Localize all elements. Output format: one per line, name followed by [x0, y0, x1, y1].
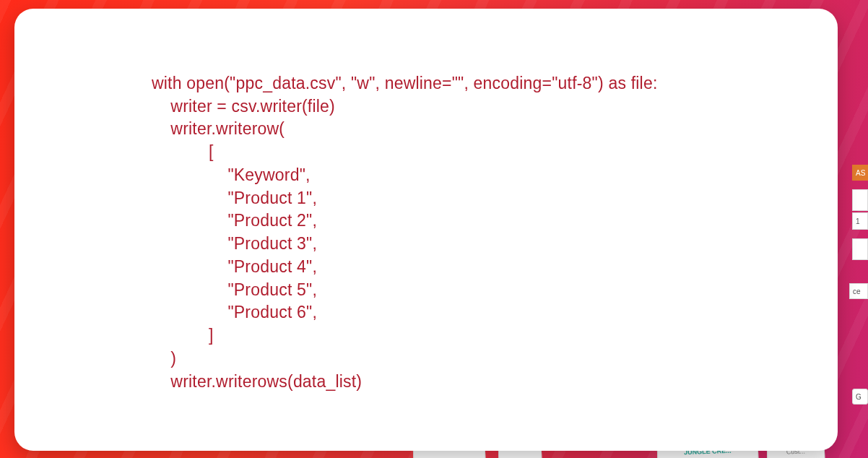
bg-fragment-orange-tab: AS [852, 165, 868, 181]
code-block: with open("ppc_data.csv", "w", newline="… [152, 72, 838, 393]
page-background: AS 1 ce G JUNGLE CRE... Cust... with ope… [0, 0, 868, 458]
bg-fragment-cell-3 [852, 238, 868, 260]
bg-fragment-cell-5: G [852, 389, 868, 405]
bg-fragment-cell-1 [852, 189, 868, 211]
bg-fragment-cell-4: ce [849, 283, 868, 299]
code-card: with open("ppc_data.csv", "w", newline="… [14, 9, 838, 451]
bg-fragment-cell-2: 1 [852, 212, 868, 230]
